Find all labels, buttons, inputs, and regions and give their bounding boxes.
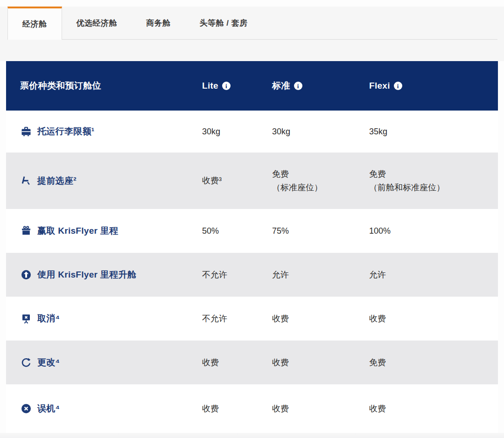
page-footer-strip [0, 433, 504, 438]
info-icon[interactable]: i [294, 82, 302, 90]
info-icon[interactable]: i [394, 82, 402, 90]
cell-earn-standard: 75% [272, 224, 369, 238]
cell-earn-lite: 50% [202, 224, 272, 238]
cell-change-lite: 收费 [202, 356, 272, 369]
cell-earn-flexi: 100% [369, 224, 498, 238]
cell-baggage-flexi: 35kg [369, 125, 498, 139]
fare-table-header-row: 票价种类和预订舱位 Lite i 标准 i Flexi i [6, 61, 498, 111]
table-row-upgrade: 使用 KrisFlyer 里程升舱 不允许 允许 允许 [6, 253, 498, 297]
cell-seat-lite: 收费³ [202, 174, 272, 188]
header-col-standard-label: 标准 [272, 80, 290, 92]
cell-change-standard: 收费 [272, 356, 369, 369]
upgrade-circle-icon [20, 269, 32, 281]
row-baggage-label: 托运行李限额¹ [37, 125, 94, 138]
row-baggage-feature: 托运行李限额¹ [6, 125, 202, 138]
table-row-baggage: 托运行李限额¹ 30kg 30kg 35kg [6, 111, 498, 153]
header-col-flexi-label: Flexi [369, 81, 390, 91]
fare-comparison-table: 票价种类和预订舱位 Lite i 标准 i Flexi i [6, 61, 498, 433]
cell-noshow-flexi: 收费 [369, 402, 498, 416]
seat-icon [20, 175, 32, 187]
tab-first-suites[interactable]: 头等舱 / 套房 [185, 7, 262, 39]
row-upgrade-label: 使用 KrisFlyer 里程升舱 [37, 269, 136, 281]
change-refresh-icon [20, 356, 32, 368]
row-change-label: 更改⁴ [37, 356, 60, 368]
cell-cancel-standard: 收费 [272, 312, 369, 326]
tab-premium-economy[interactable]: 优选经济舱 [62, 7, 132, 39]
cell-seat-flexi: 免费 （前舱和标准座位） [369, 167, 498, 195]
cell-seat-standard: 免费 （标准座位） [272, 167, 369, 195]
header-col-standard: 标准 i [272, 80, 369, 92]
header-col-flexi: Flexi i [369, 81, 498, 91]
cell-baggage-standard: 30kg [272, 125, 369, 139]
header-feature-column: 票价种类和预订舱位 [6, 80, 202, 92]
row-no-show-feature: 误机⁴ [6, 403, 202, 415]
table-row-change: 更改⁴ 收费 收费 免费 [6, 341, 498, 384]
tab-premium-economy-label: 优选经济舱 [77, 18, 118, 28]
tab-business[interactable]: 商务舱 [132, 7, 185, 39]
header-col-lite-label: Lite [202, 81, 218, 91]
row-cancellation-label: 取消⁴ [37, 313, 60, 325]
info-icon[interactable]: i [222, 82, 231, 90]
row-earn-miles-feature: 赢取 KrisFlyer 里程 [6, 225, 202, 237]
cabin-class-tab-band: 经济舱 优选经济舱 商务舱 头等舱 / 套房 [0, 7, 504, 61]
cell-cancel-lite: 不允许 [202, 312, 272, 326]
row-upgrade-feature: 使用 KrisFlyer 里程升舱 [6, 269, 202, 281]
cell-noshow-standard: 收费 [272, 402, 369, 416]
table-row-seat-selection: 提前选座² 收费³ 免费 （标准座位） 免费 （前舱和标准座位） [6, 153, 498, 209]
no-show-icon [20, 403, 32, 415]
cell-upgrade-lite: 不允许 [202, 268, 272, 282]
table-row-earn-miles: 赢取 KrisFlyer 里程 50% 75% 100% [6, 209, 498, 253]
row-change-feature: 更改⁴ [6, 356, 202, 368]
cell-upgrade-flexi: 允许 [369, 268, 498, 282]
suitcase-icon [20, 125, 32, 138]
table-row-cancellation: 取消⁴ 不允许 收费 收费 [6, 297, 498, 341]
cancel-board-icon [20, 313, 32, 325]
cell-change-flexi: 免费 [369, 356, 498, 369]
row-seat-label: 提前选座² [37, 175, 77, 187]
table-row-no-show: 误机⁴ 收费 收费 收费 [6, 384, 498, 433]
tab-business-label: 商务舱 [146, 18, 171, 28]
cell-noshow-lite: 收费 [202, 402, 272, 416]
header-col-lite: Lite i [202, 81, 272, 91]
cabin-class-tabs: 经济舱 优选经济舱 商务舱 头等舱 / 套房 [7, 7, 497, 40]
row-no-show-label: 误机⁴ [37, 403, 60, 415]
tab-economy-label: 经济舱 [22, 19, 47, 29]
cell-upgrade-standard: 允许 [272, 268, 369, 282]
cell-baggage-lite: 30kg [202, 125, 272, 139]
row-seat-feature: 提前选座² [6, 175, 202, 187]
tab-economy[interactable]: 经济舱 [7, 7, 62, 40]
gift-icon [20, 225, 32, 237]
cell-cancel-flexi: 收费 [369, 312, 498, 326]
row-earn-miles-label: 赢取 KrisFlyer 里程 [37, 225, 118, 237]
row-cancellation-feature: 取消⁴ [6, 313, 202, 325]
tab-first-suites-label: 头等舱 / 套房 [200, 18, 248, 28]
